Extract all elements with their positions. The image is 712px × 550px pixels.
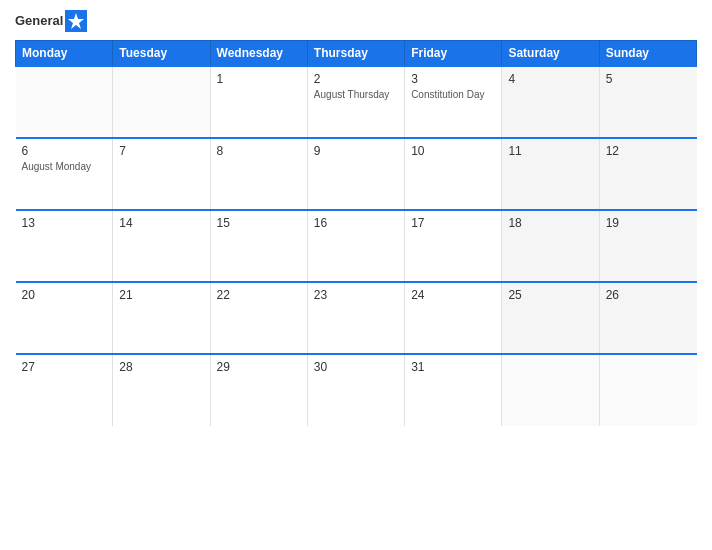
- calendar-cell: [113, 66, 210, 138]
- day-number: 19: [606, 216, 691, 230]
- calendar-cell: 8: [210, 138, 307, 210]
- day-number: 6: [22, 144, 107, 158]
- calendar-cell: 30: [307, 354, 404, 426]
- calendar-cell: 20: [16, 282, 113, 354]
- event-label: August Monday: [22, 160, 107, 173]
- day-number: 12: [606, 144, 691, 158]
- day-number: 26: [606, 288, 691, 302]
- day-number: 4: [508, 72, 592, 86]
- day-number: 30: [314, 360, 398, 374]
- calendar-cell: 25: [502, 282, 599, 354]
- day-number: 2: [314, 72, 398, 86]
- calendar-cell: 21: [113, 282, 210, 354]
- calendar-cell: 1: [210, 66, 307, 138]
- calendar-week-row: 20212223242526: [16, 282, 697, 354]
- event-label: Constitution Day: [411, 88, 495, 101]
- calendar-cell: 28: [113, 354, 210, 426]
- day-number: 18: [508, 216, 592, 230]
- calendar-cell: 19: [599, 210, 696, 282]
- day-number: 5: [606, 72, 691, 86]
- calendar-cell: 17: [405, 210, 502, 282]
- day-number: 7: [119, 144, 203, 158]
- calendar-cell: 24: [405, 282, 502, 354]
- day-number: 10: [411, 144, 495, 158]
- calendar-cell: 9: [307, 138, 404, 210]
- calendar-cell: 18: [502, 210, 599, 282]
- day-number: 9: [314, 144, 398, 158]
- day-number: 8: [217, 144, 301, 158]
- col-header-friday: Friday: [405, 41, 502, 67]
- day-number: 22: [217, 288, 301, 302]
- calendar-cell: 11: [502, 138, 599, 210]
- calendar-cell: 12: [599, 138, 696, 210]
- calendar-cell: 16: [307, 210, 404, 282]
- day-number: 3: [411, 72, 495, 86]
- calendar-cell: 23: [307, 282, 404, 354]
- calendar-cell: 7: [113, 138, 210, 210]
- day-number: 15: [217, 216, 301, 230]
- day-number: 31: [411, 360, 495, 374]
- col-header-tuesday: Tuesday: [113, 41, 210, 67]
- calendar-week-row: 12August Thursday3Constitution Day45: [16, 66, 697, 138]
- day-number: 11: [508, 144, 592, 158]
- calendar-cell: 4: [502, 66, 599, 138]
- calendar-cell: 14: [113, 210, 210, 282]
- calendar-cell: 5: [599, 66, 696, 138]
- logo-text: General: [15, 14, 63, 28]
- logo-flag-icon: [65, 10, 87, 32]
- col-header-sunday: Sunday: [599, 41, 696, 67]
- calendar-header-row: MondayTuesdayWednesdayThursdayFridaySatu…: [16, 41, 697, 67]
- calendar-page: General MondayTuesdayWednesdayThursdayFr…: [0, 0, 712, 550]
- col-header-saturday: Saturday: [502, 41, 599, 67]
- day-number: 20: [22, 288, 107, 302]
- calendar-cell: 13: [16, 210, 113, 282]
- day-number: 23: [314, 288, 398, 302]
- calendar-cell: 15: [210, 210, 307, 282]
- calendar-cell: 31: [405, 354, 502, 426]
- col-header-wednesday: Wednesday: [210, 41, 307, 67]
- calendar-cell: 6August Monday: [16, 138, 113, 210]
- calendar-week-row: 2728293031: [16, 354, 697, 426]
- day-number: 16: [314, 216, 398, 230]
- event-label: August Thursday: [314, 88, 398, 101]
- calendar-cell: [16, 66, 113, 138]
- day-number: 29: [217, 360, 301, 374]
- day-number: 21: [119, 288, 203, 302]
- calendar-week-row: 13141516171819: [16, 210, 697, 282]
- calendar-cell: 27: [16, 354, 113, 426]
- col-header-thursday: Thursday: [307, 41, 404, 67]
- day-number: 17: [411, 216, 495, 230]
- day-number: 1: [217, 72, 301, 86]
- calendar-cell: [599, 354, 696, 426]
- day-number: 27: [22, 360, 107, 374]
- day-number: 13: [22, 216, 107, 230]
- logo: General: [15, 10, 87, 32]
- day-number: 28: [119, 360, 203, 374]
- day-number: 25: [508, 288, 592, 302]
- calendar-cell: 10: [405, 138, 502, 210]
- calendar-cell: [502, 354, 599, 426]
- calendar-table: MondayTuesdayWednesdayThursdayFridaySatu…: [15, 40, 697, 426]
- calendar-week-row: 6August Monday789101112: [16, 138, 697, 210]
- calendar-cell: 22: [210, 282, 307, 354]
- calendar-cell: 2August Thursday: [307, 66, 404, 138]
- day-number: 24: [411, 288, 495, 302]
- calendar-cell: 29: [210, 354, 307, 426]
- col-header-monday: Monday: [16, 41, 113, 67]
- day-number: 14: [119, 216, 203, 230]
- calendar-cell: 26: [599, 282, 696, 354]
- calendar-header: General: [15, 10, 697, 32]
- calendar-cell: 3Constitution Day: [405, 66, 502, 138]
